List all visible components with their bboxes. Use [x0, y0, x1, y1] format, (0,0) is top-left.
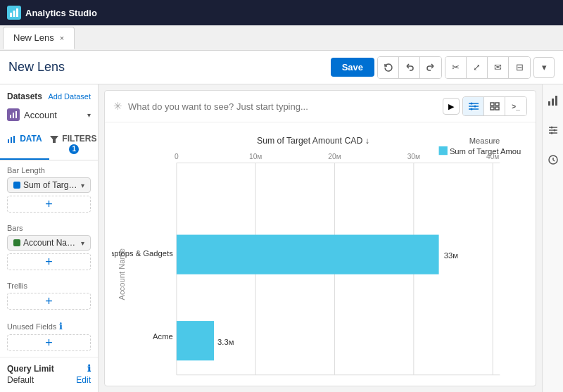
bar-chart-svg: Sum of Target Amount CAD ↓ Measure Sum o…: [112, 129, 521, 386]
svg-text:30м: 30м: [407, 153, 420, 160]
sidebar-bottom: Query Limit ℹ Default Edit: [0, 357, 98, 391]
svg-text:0: 0: [175, 153, 179, 160]
tab-new-lens[interactable]: New Lens ×: [3, 27, 75, 49]
datasets-header: Datasets Add Dataset: [0, 91, 98, 101]
svg-rect-8: [13, 136, 15, 143]
add-dataset-link[interactable]: Add Dataset: [48, 92, 91, 101]
cut-button[interactable]: ✂: [445, 57, 467, 78]
filter-panel-button[interactable]: [543, 120, 564, 141]
bars-color: [13, 239, 20, 246]
grid-view-button[interactable]: [484, 97, 505, 115]
svg-rect-7: [11, 137, 12, 143]
print-button[interactable]: ⊟: [509, 57, 530, 78]
bar-length-section: Bar Length Sum of Target A ▾ +: [0, 160, 98, 218]
bar-length-color: [13, 182, 20, 189]
bar-length-field[interactable]: Sum of Target A ▾: [7, 177, 91, 193]
default-label: Default: [7, 375, 34, 385]
bar-1[interactable]: [177, 235, 439, 274]
view-toggle-group: >_: [462, 96, 527, 116]
refresh-button[interactable]: [378, 57, 399, 78]
svg-point-15: [470, 108, 472, 110]
dataset-dropdown-icon[interactable]: ▾: [87, 111, 91, 119]
add-bar-length-button[interactable]: +: [7, 196, 91, 213]
bar-length-label: Bar Length: [7, 166, 91, 175]
dataset-item[interactable]: Account ▾: [0, 106, 98, 124]
svg-point-46: [553, 129, 555, 132]
svg-text:20м: 20м: [328, 153, 341, 160]
svg-text:Sum of Target Amount CAD: Sum of Target Amount CAD: [450, 147, 521, 156]
svg-rect-39: [548, 101, 550, 106]
tab-filters-label: FILTERS: [62, 134, 96, 144]
filter-badge: 1: [69, 144, 79, 154]
bar-length-dropdown-icon[interactable]: ▾: [81, 182, 84, 189]
add-unused-field-button[interactable]: +: [7, 334, 91, 351]
header-row: New Lens Save: [0, 51, 563, 84]
app-logo: Analytics Studio: [7, 6, 97, 20]
unused-fields-label: Unused Fields: [7, 322, 56, 331]
history-button[interactable]: [543, 149, 564, 170]
page-title: New Lens: [8, 60, 65, 75]
code-view-button[interactable]: >_: [505, 97, 526, 115]
bars-dropdown-icon[interactable]: ▾: [81, 239, 84, 247]
action-icon-group: [377, 56, 442, 79]
default-row: Default Edit: [7, 375, 91, 385]
svg-point-47: [550, 132, 552, 134]
filter-view-button[interactable]: [463, 97, 484, 115]
sidebar-tabs: DATA FILTERS 1: [0, 129, 98, 160]
dataset-icon: [7, 108, 20, 121]
header-actions: Save ✂ ⤢: [331, 56, 555, 79]
search-input[interactable]: [128, 101, 437, 112]
email-button[interactable]: ✉: [488, 57, 509, 78]
svg-rect-6: [8, 139, 9, 143]
top-bar: Analytics Studio: [0, 0, 563, 25]
bars-section: Bars Account Name ▾ +: [0, 218, 98, 276]
fullscreen-button[interactable]: ⤢: [467, 57, 488, 78]
svg-marker-9: [50, 136, 58, 143]
right-panel: [542, 84, 563, 392]
svg-text:3.3м: 3.3м: [217, 338, 234, 346]
add-trellis-button[interactable]: +: [7, 293, 91, 310]
search-bar: ✳ ▶: [105, 91, 536, 122]
svg-rect-0: [10, 13, 12, 17]
svg-text:Measure: Measure: [469, 137, 500, 145]
search-actions: ▶: [443, 96, 527, 116]
trellis-label: Trellis: [7, 282, 91, 290]
tab-data[interactable]: DATA: [0, 129, 49, 160]
redo-button[interactable]: [420, 57, 441, 78]
edit-icon-group: ✂ ⤢ ✉ ⊟: [445, 56, 531, 79]
svg-text:Acme: Acme: [153, 332, 173, 341]
svg-text:40м: 40м: [486, 153, 499, 160]
dataset-name: Account: [24, 110, 83, 120]
chart-content: Sum of Target Amount CAD ↓ Measure Sum o…: [105, 122, 536, 386]
svg-rect-19: [495, 107, 499, 110]
close-icon[interactable]: ×: [60, 34, 64, 42]
chart-title: Sum of Target Amount CAD ↓: [257, 136, 369, 146]
svg-rect-40: [552, 99, 554, 106]
save-button[interactable]: Save: [331, 58, 374, 77]
tab-label: New Lens: [13, 32, 54, 43]
query-limit-row: Query Limit ℹ: [7, 363, 91, 374]
bar-2[interactable]: [177, 321, 214, 360]
tab-bar: New Lens ×: [0, 25, 563, 51]
tab-filters[interactable]: FILTERS 1: [49, 129, 99, 160]
svg-rect-4: [13, 113, 14, 118]
svg-rect-16: [491, 103, 494, 106]
svg-rect-1: [13, 11, 15, 17]
svg-point-14: [474, 106, 476, 108]
svg-text:33м: 33м: [444, 251, 458, 260]
add-bars-button[interactable]: +: [7, 253, 91, 270]
chart-type-button[interactable]: [543, 90, 564, 111]
svg-rect-3: [10, 115, 11, 118]
bars-field[interactable]: Account Name ▾: [7, 235, 91, 251]
edit-link[interactable]: Edit: [76, 375, 91, 385]
undo-button[interactable]: [399, 57, 420, 78]
app-name: Analytics Studio: [25, 8, 97, 18]
bars-label: Bars: [7, 224, 91, 232]
chart-area: ✳ ▶: [104, 90, 536, 386]
more-button[interactable]: ▾: [533, 57, 555, 78]
unused-fields-info-icon: ℹ: [59, 321, 63, 331]
svg-rect-41: [555, 96, 557, 106]
tab-data-label: DATA: [20, 134, 42, 144]
svg-text:10м: 10м: [249, 153, 262, 160]
expand-search-button[interactable]: ▶: [443, 98, 460, 115]
